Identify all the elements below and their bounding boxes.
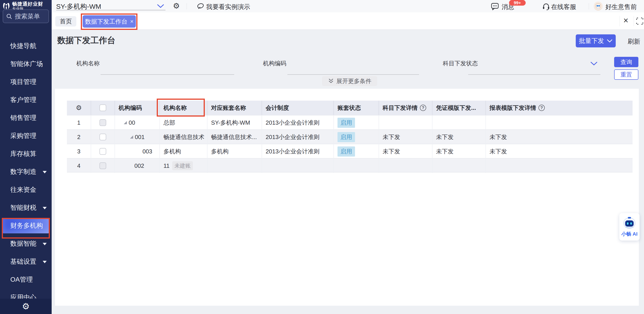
sidebar-menu: 快捷导航 智能体广场 项目管理 客户管理 销售管理 采购管理 库存核算 数字制造… — [0, 37, 52, 306]
filter-subject-status-select[interactable] — [468, 67, 600, 75]
sidebar-item-finance-multi-org[interactable]: 财务多机构 — [0, 217, 52, 235]
demo-play-icon[interactable] — [197, 3, 204, 10]
avatar[interactable] — [594, 2, 603, 10]
col-org-name[interactable]: 机构名称 — [160, 100, 208, 115]
query-button[interactable]: 查询 — [614, 57, 638, 67]
brand-name: 畅捷通好业财 — [12, 1, 43, 6]
page-title: 数据下发工作台 — [57, 35, 116, 46]
sidebar-item-quick-nav[interactable]: 快捷导航 — [0, 37, 52, 55]
ai-widget-label: 小畅 AI — [621, 231, 638, 238]
col-accounting-standard[interactable]: 会计制度 — [262, 100, 334, 115]
ai-robot-icon — [622, 216, 636, 230]
settings-gear-icon[interactable]: ⚙ — [22, 302, 30, 311]
divider — [589, 3, 589, 10]
col-voucher-dispatch[interactable]: 凭证模版下发... — [432, 100, 486, 115]
no-account-badge: 未建账 — [172, 161, 193, 170]
status-badge: 启用 — [338, 146, 355, 156]
sidebar-item-customer[interactable]: 客户管理 — [0, 91, 52, 109]
table-row[interactable]: 1 00 总部 SY-多机构-WM 2013小企业会计准则 启用 — [67, 115, 632, 129]
refresh-button[interactable]: 刷新 — [628, 37, 640, 46]
sidebar-item-purchase[interactable]: 采购管理 — [0, 127, 52, 145]
tree-expand-icon[interactable] — [130, 136, 133, 138]
status-badge: 启用 — [338, 132, 355, 142]
topbar: SY-多机构-WM ⚙ 我要看实例演示 消息 99+ 在线客服 — [52, 0, 644, 12]
search-icon — [6, 14, 12, 19]
sidebar-item-data-intelligence[interactable]: 数据智能 — [0, 235, 52, 253]
headset-icon[interactable] — [542, 2, 550, 10]
org-table: ⚙ 机构编码 机构名称 对应账套名称 会计制度 账套状态 科目下发详情? 凭证模… — [67, 100, 632, 172]
table-header-row: ⚙ 机构编码 机构名称 对应账套名称 会计制度 账套状态 科目下发详情? 凭证模… — [67, 100, 632, 115]
divider — [620, 16, 620, 26]
sidebar-item-oa[interactable]: OA管理 — [0, 271, 52, 288]
sidebar-search-placeholder: 搜索菜单 — [15, 12, 40, 21]
sidebar-item-basic-settings[interactable]: 基础设置 — [0, 253, 52, 271]
tabbar: 首页 数据下发工作台 × × — [52, 12, 644, 30]
double-chevron-down-icon — [328, 78, 334, 84]
sidebar: 畅捷通好业财 专业版 搜索菜单 快捷导航 智能体广场 项目管理 客户管理 销售管… — [0, 0, 52, 314]
user-name: 好生意售前 — [606, 3, 637, 11]
row-checkbox[interactable] — [100, 119, 106, 126]
chevron-down-icon — [43, 207, 47, 209]
divider — [186, 3, 187, 10]
sidebar-item-funds[interactable]: 往来资金 — [0, 181, 52, 199]
chevron-down-icon — [607, 39, 612, 43]
ai-assistant-widget[interactable]: 小畅 AI — [619, 213, 640, 240]
chevron-down-icon — [43, 261, 47, 263]
messages-badge: 99+ — [509, 0, 526, 6]
message-icon[interactable] — [491, 2, 500, 10]
row-checkbox[interactable] — [100, 162, 106, 169]
avatar-robot-icon — [594, 2, 602, 10]
status-badge: 启用 — [338, 118, 355, 128]
divider — [634, 16, 634, 26]
support-link[interactable]: 在线客服 — [551, 3, 576, 11]
fullscreen-icon[interactable] — [636, 17, 644, 25]
col-subject-dispatch[interactable]: 科目下发详情? — [379, 100, 432, 115]
chevron-down-icon — [43, 171, 47, 174]
tab-home[interactable]: 首页 — [55, 16, 76, 26]
sidebar-footer: ⚙ — [0, 299, 52, 314]
filter-org-code-input[interactable] — [288, 67, 419, 75]
col-account-name[interactable]: 对应账套名称 — [208, 100, 262, 115]
sidebar-item-inventory[interactable]: 库存核算 — [0, 145, 52, 163]
sidebar-search-input[interactable]: 搜索菜单 — [3, 10, 49, 23]
help-icon[interactable]: ? — [538, 105, 545, 111]
demo-link[interactable]: 我要看实例演示 — [206, 3, 250, 11]
sidebar-item-smart-tax[interactable]: 智能财税 — [0, 199, 52, 217]
filter-subject-status-label: 科目下发状态 — [443, 60, 478, 68]
sidebar-item-agent-plaza[interactable]: 智能体广场 — [0, 55, 52, 73]
col-report-dispatch[interactable]: 报表模版下发详情? — [486, 100, 632, 115]
chevron-down-icon[interactable] — [590, 61, 598, 66]
row-checkbox[interactable] — [100, 148, 106, 155]
tab-close-icon[interactable]: × — [130, 18, 134, 25]
table-row[interactable]: 3 003 多机构 多机构 2013小企业会计准则 启用 未下发 未下发 未下发 — [67, 144, 632, 158]
tree-expand-icon[interactable] — [124, 121, 127, 124]
column-settings-gear-icon[interactable]: ⚙ — [76, 104, 82, 111]
reset-button[interactable]: 重置 — [614, 70, 638, 80]
sidebar-item-project[interactable]: 项目管理 — [0, 73, 52, 91]
chevron-down-icon[interactable] — [157, 4, 164, 8]
row-checkbox[interactable] — [100, 134, 106, 140]
chevron-down-icon — [43, 243, 47, 245]
filter-org-code-label: 机构编码 — [263, 60, 286, 68]
sidebar-item-digital-mfg[interactable]: 数字制造 — [0, 163, 52, 181]
tab-data-dispatch-workbench[interactable]: 数据下发工作台 × — [83, 15, 136, 28]
topbar-gear-icon[interactable]: ⚙ — [173, 1, 180, 10]
table-row[interactable]: 4 002 11未建账 — [67, 158, 632, 172]
expand-more-conditions-button[interactable]: 展开更多条件 — [322, 76, 377, 86]
sidebar-item-sales[interactable]: 销售管理 — [0, 109, 52, 127]
table-row[interactable]: 2 001 畅捷通信息技术 畅捷通信息技术... 2013小企业会计准则 启用 … — [67, 129, 632, 144]
filter-org-name-input[interactable] — [100, 67, 234, 75]
filter-org-name-label: 机构名称 — [76, 60, 100, 68]
col-account-status[interactable]: 账套状态 — [334, 100, 379, 115]
org-selector-underline — [56, 10, 166, 10]
close-all-tabs-icon[interactable]: × — [623, 16, 628, 26]
batch-dispatch-button[interactable]: 批量下发 — [576, 34, 616, 48]
col-org-code[interactable]: 机构编码 — [115, 100, 160, 115]
main-content: 数据下发工作台 批量下发 刷新 机构名称 机构编码 科目下发状态 查询 重置 展… — [52, 30, 644, 314]
select-all-checkbox[interactable] — [100, 104, 106, 111]
help-icon[interactable]: ? — [420, 105, 426, 111]
